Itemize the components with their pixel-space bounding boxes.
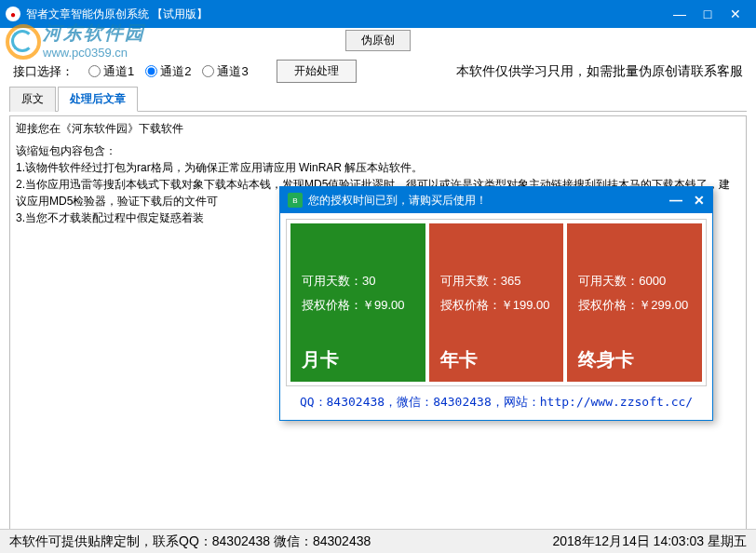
tab-processed[interactable]: 处理后文章 <box>58 87 138 112</box>
tab-original[interactable]: 原文 <box>9 87 56 112</box>
license-dialog: B 您的授权时间已到，请购买后使用！ — ✕ 可用天数：30 授权价格：￥99.… <box>279 186 713 421</box>
close-button[interactable]: ✕ <box>728 7 743 21</box>
radio-channel-1[interactable]: 通道1 <box>88 63 134 80</box>
interface-label: 接口选择： <box>13 63 74 80</box>
dialog-minimize-button[interactable]: — <box>669 193 682 208</box>
app-icon: ● <box>6 7 20 21</box>
statusbar: 本软件可提供贴牌定制，联系QQ：84302438 微信：84302438 201… <box>0 529 756 553</box>
content-line: 该缩短包内容包含： <box>16 142 740 159</box>
dialog-footer-contact: QQ：84302438，微信：84302438，网站：http://www.zz… <box>286 386 707 414</box>
controls-row: 接口选择： 通道1 通道2 通道3 开始处理 本软件仅供学习只用，如需批量伪原创… <box>13 60 743 83</box>
window-title: 智者文章智能伪原创系统 【试用版】 <box>26 7 672 22</box>
maximize-button[interactable]: □ <box>700 7 715 21</box>
watermark-url: www.pc0359.cn <box>43 46 145 60</box>
dialog-titlebar[interactable]: B 您的授权时间已到，请购买后使用！ — ✕ <box>280 187 712 213</box>
content-line: 1.该物件软件经过打包为rar格局，为确保正常应用请应用 WinRAR 解压本站… <box>16 159 740 176</box>
watermark-logo-icon <box>4 22 39 58</box>
minimize-button[interactable]: — <box>672 7 687 21</box>
dialog-title: 您的授权时间已到，请购买后使用！ <box>308 193 669 209</box>
card-name: 月卡 <box>302 347 414 372</box>
radio-channel-3[interactable]: 通道3 <box>202 63 248 80</box>
watermark: 河东软件园 www.pc0359.cn <box>4 20 145 60</box>
statusbar-contact: 本软件可提供贴牌定制，联系QQ：84302438 微信：84302438 <box>9 533 552 550</box>
content-line: 迎接您在《河东软件园》下载软件 <box>16 120 740 137</box>
dialog-app-icon: B <box>288 193 303 208</box>
pricing-cards: 可用天数：30 授权价格：￥99.00 月卡 可用天数：365 授权价格：￥19… <box>286 219 707 386</box>
card-name: 终身卡 <box>578 347 691 372</box>
pricing-card-lifetime[interactable]: 可用天数：6000 授权价格：￥299.00 终身卡 <box>567 223 702 382</box>
card-name: 年卡 <box>440 347 553 372</box>
radio-channel-2[interactable]: 通道2 <box>145 63 191 80</box>
dialog-body: 可用天数：30 授权价格：￥99.00 月卡 可用天数：365 授权价格：￥19… <box>280 213 712 420</box>
window-controls: — □ ✕ <box>672 7 750 21</box>
pricing-card-month[interactable]: 可用天数：30 授权价格：￥99.00 月卡 <box>290 223 425 382</box>
pseudo-original-button[interactable]: 伪原创 <box>345 30 411 51</box>
watermark-cn: 河东软件园 <box>43 20 145 46</box>
notice-text: 本软件仅供学习只用，如需批量伪原创请联系客服 <box>456 63 743 80</box>
channel-radio-group: 通道1 通道2 通道3 <box>88 63 249 80</box>
watermark-text: 河东软件园 www.pc0359.cn <box>43 20 145 60</box>
tabs: 原文 处理后文章 <box>9 86 747 112</box>
statusbar-datetime: 2018年12月14日 14:03:03 星期五 <box>552 533 747 550</box>
pricing-card-year[interactable]: 可用天数：365 授权价格：￥199.00 年卡 <box>429 223 564 382</box>
start-process-button[interactable]: 开始处理 <box>277 60 357 83</box>
dialog-close-button[interactable]: ✕ <box>694 193 705 208</box>
header-area: 河东软件园 www.pc0359.cn 伪原创 接口选择： 通道1 通道2 通道… <box>0 28 756 84</box>
